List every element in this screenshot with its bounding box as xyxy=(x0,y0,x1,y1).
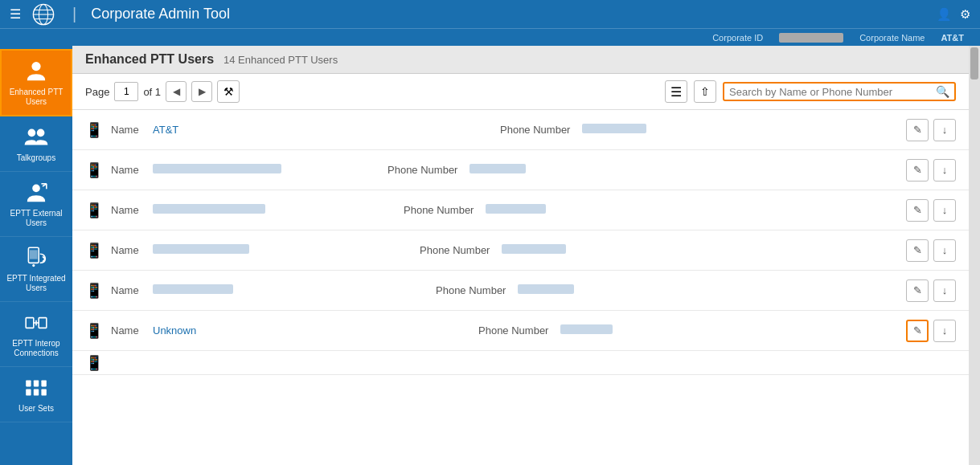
sidebar-item-enhanced-ptt-users[interactable]: Enhanced PTTUsers xyxy=(0,49,72,116)
edit-button[interactable]: ✎ xyxy=(906,159,929,182)
edit-button[interactable]: ✎ xyxy=(906,239,929,262)
table-row: 📱 Name Unknown Phone Number ✎ ↓ xyxy=(72,311,969,351)
content-area: Enhanced PTT Users 14 Enhanced PTT Users… xyxy=(72,46,969,465)
sidebar-item-talkgroups[interactable]: Talkgroups xyxy=(0,116,72,172)
download-button[interactable]: ↓ xyxy=(933,119,956,141)
edit-button[interactable]: ✎ xyxy=(906,199,929,222)
table-row: 📱 Name Phone Number ✎ ↓ xyxy=(72,271,969,311)
svg-point-8 xyxy=(32,185,40,193)
corp-name-label: Corporate Name xyxy=(859,33,925,43)
table-row: 📱 Name AT&T Phone Number ✎ ↓ xyxy=(72,110,969,150)
talkgroups-icon xyxy=(23,124,49,150)
sidebar-item-label-talkgroups: Talkgroups xyxy=(17,153,55,163)
phone-value xyxy=(486,204,558,216)
phone-value xyxy=(582,124,654,136)
page-of-label: of 1 xyxy=(143,86,161,98)
phone-label: Phone Number xyxy=(500,124,572,136)
mobile-device-icon: 📱 xyxy=(85,354,101,372)
user-sets-icon xyxy=(23,375,49,401)
edit-button-highlighted[interactable]: ✎ xyxy=(906,320,929,342)
download-button[interactable]: ↓ xyxy=(933,279,956,302)
mobile-device-icon: 📱 xyxy=(85,242,101,259)
download-button[interactable]: ↓ xyxy=(933,159,956,182)
top-header: ☰ | Corporate Admin Tool 👤 xyxy=(0,0,980,46)
svg-rect-23 xyxy=(34,390,39,396)
page-header: Enhanced PTT Users 14 Enhanced PTT Users xyxy=(72,46,969,74)
name-label: Name xyxy=(111,244,143,256)
name-label: Name xyxy=(111,284,143,296)
export-button[interactable]: ⇧ xyxy=(694,80,716,103)
eptt-integrated-users-icon xyxy=(23,245,49,271)
sidebar-item-label-eptt-integrated: EPTT IntegratedUsers xyxy=(6,274,65,293)
corp-id-value xyxy=(779,33,843,43)
row-actions: ✎ ↓ xyxy=(906,159,956,182)
page-label: Page xyxy=(85,86,109,98)
name-label: Name xyxy=(111,324,143,337)
svg-point-14 xyxy=(32,264,35,267)
svg-point-5 xyxy=(31,62,40,71)
sidebar-item-label-enhanced-ptt: Enhanced PTTUsers xyxy=(10,88,64,107)
sidebar-item-label-eptt-external: EPTT ExternalUsers xyxy=(10,209,63,228)
phone-value xyxy=(469,164,542,176)
phone-label: Phone Number xyxy=(387,164,460,176)
svg-rect-21 xyxy=(41,380,46,386)
phone-value xyxy=(502,244,574,256)
enhanced-ptt-users-icon xyxy=(23,59,49,84)
sidebar: Enhanced PTTUsers Talkgroups E xyxy=(0,46,72,465)
phone-label: Phone Number xyxy=(420,244,492,256)
edit-button[interactable]: ✎ xyxy=(906,119,929,141)
toolbar: Page of 1 ◀ ▶ ⚒ ☰ ⇧ 🔍 xyxy=(72,74,969,110)
user-name-value xyxy=(153,284,330,296)
page-count: 14 Enhanced PTT Users xyxy=(223,54,338,66)
phone-value xyxy=(518,284,590,296)
svg-rect-24 xyxy=(41,390,46,396)
name-label: Name xyxy=(111,164,143,176)
next-page-button[interactable]: ▶ xyxy=(191,81,212,102)
svg-rect-22 xyxy=(26,390,31,396)
page-number-input[interactable] xyxy=(114,82,138,101)
download-button[interactable]: ↓ xyxy=(933,320,956,342)
row-actions: ✎ ↓ xyxy=(906,279,956,302)
user-name-value xyxy=(153,164,330,176)
sidebar-item-eptt-external-users[interactable]: EPTT ExternalUsers xyxy=(0,172,72,237)
settings-tool-button[interactable]: ⚒ xyxy=(217,80,240,103)
svg-rect-15 xyxy=(26,318,34,328)
svg-rect-19 xyxy=(26,380,31,386)
sidebar-item-user-sets[interactable]: User Sets xyxy=(0,367,72,422)
download-button[interactable]: ↓ xyxy=(933,239,956,262)
list-view-button[interactable]: ☰ xyxy=(665,80,687,103)
hamburger-menu-icon[interactable]: ☰ xyxy=(10,6,21,22)
search-icon[interactable]: 🔍 xyxy=(936,85,949,98)
svg-rect-16 xyxy=(39,318,47,328)
svg-rect-13 xyxy=(30,250,38,259)
phone-label: Phone Number xyxy=(436,284,508,296)
row-actions: ✎ ↓ xyxy=(906,119,956,141)
scrollbar[interactable] xyxy=(969,46,980,465)
search-box: 🔍 xyxy=(723,82,956,101)
header-divider: | xyxy=(72,5,76,23)
user-name-value xyxy=(153,204,330,216)
corp-name-value: AT&T xyxy=(941,33,964,43)
prev-page-button[interactable]: ◀ xyxy=(166,81,187,102)
mobile-device-icon: 📱 xyxy=(85,282,101,300)
sidebar-item-eptt-integrated-users[interactable]: EPTT IntegratedUsers xyxy=(0,237,72,302)
user-profile-icon[interactable]: 👤 xyxy=(937,7,952,22)
page-title: Enhanced PTT Users xyxy=(85,52,214,67)
app-title: Corporate Admin Tool xyxy=(91,6,230,22)
edit-button[interactable]: ✎ xyxy=(906,279,929,302)
phone-value xyxy=(560,324,633,337)
phone-label: Phone Number xyxy=(404,204,476,216)
sidebar-item-eptt-interop-connections[interactable]: EPTT InteropConnections xyxy=(0,302,72,367)
att-logo xyxy=(29,0,58,29)
table-container: 📱 Name AT&T Phone Number ✎ ↓ 📱 Name xyxy=(72,110,969,465)
row-actions: ✎ ↓ xyxy=(906,320,956,342)
search-input[interactable] xyxy=(729,86,936,98)
eptt-interop-connections-icon xyxy=(23,310,49,336)
mobile-device-icon: 📱 xyxy=(85,161,101,179)
settings-icon[interactable]: ⚙ xyxy=(960,7,970,22)
row-actions: ✎ ↓ xyxy=(906,199,956,222)
download-button[interactable]: ↓ xyxy=(933,199,956,222)
eptt-external-users-icon xyxy=(23,180,49,206)
table-row: 📱 xyxy=(72,351,969,375)
name-label: Name xyxy=(111,124,143,136)
